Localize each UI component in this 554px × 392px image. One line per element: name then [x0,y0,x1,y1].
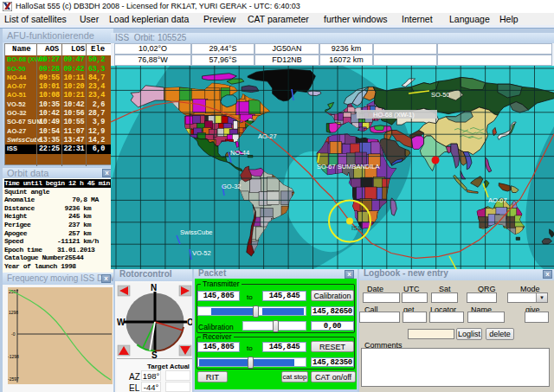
svg-text:HO-68 (XW-1): HO-68 (XW-1) [373,111,415,119]
svg-text:S: S [151,350,158,358]
svg-text:N: N [151,283,157,292]
svg-text:W: W [117,318,126,327]
svg-text:ISS: ISS [351,224,362,232]
svg-text:SwissCube: SwissCube [180,228,213,236]
svg-text:NO-44: NO-44 [230,149,249,157]
svg-text:SO-50: SO-50 [431,91,450,99]
svg-text:AO-07: AO-07 [488,196,507,204]
svg-text:-2597: -2597 [8,376,19,382]
svg-text:O: O [187,318,192,327]
svg-text:GO-32: GO-32 [222,183,242,190]
svg-text:-1298: -1298 [8,354,19,359]
svg-text:SO-67 SUMBANDILA: SO-67 SUMBANDILA [317,163,380,170]
svg-text:AO-27: AO-27 [258,132,277,140]
svg-text:-0: -0 [11,331,16,337]
svg-text:VO-52: VO-52 [192,249,211,257]
svg-text:1298: 1298 [9,310,18,315]
